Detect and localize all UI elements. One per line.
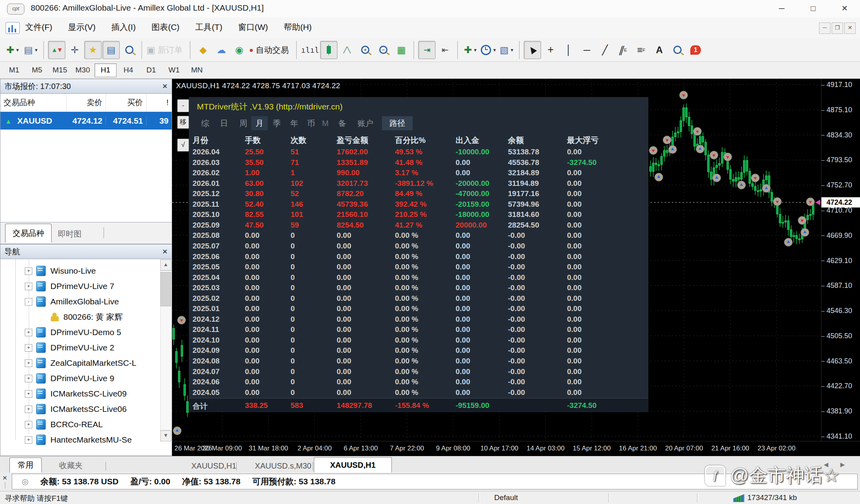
- collapse-icon[interactable]: -: [25, 298, 32, 306]
- column-spread[interactable]: !: [146, 94, 172, 111]
- chart-shift-toggle[interactable]: ⇤: [436, 41, 454, 59]
- templates-dropdown[interactable]: ▧▼: [498, 41, 515, 59]
- navigator-toggle[interactable]: ★: [84, 41, 102, 59]
- terminal-close-icon[interactable]: ✕: [2, 474, 7, 482]
- data-window-toggle[interactable]: ✛: [66, 41, 83, 59]
- nav-item-DPrimeVU-Live-9[interactable]: +DPrimeVU-Live 9: [25, 371, 114, 386]
- chart-tab-2[interactable]: XAUUSD,H1: [314, 457, 392, 473]
- price-axis[interactable]: 4917.104875.104834.304793.504752.704710.…: [821, 79, 860, 441]
- close-button[interactable]: ✕: [834, 2, 855, 15]
- auto-scroll-toggle[interactable]: ⇥: [418, 41, 436, 59]
- market-watch-row-xauusd[interactable]: ▲XAUUSD 4724.12 4724.51 39: [0, 112, 172, 130]
- vertical-line-button[interactable]: │: [560, 41, 577, 59]
- stats-tab-季[interactable]: 季: [270, 116, 284, 130]
- expand-icon[interactable]: +: [25, 406, 32, 413]
- close-icon[interactable]: ✕: [162, 82, 168, 91]
- nav-item-HantecMarketsMU-Se[interactable]: +HantecMarketsMU-Se: [25, 432, 132, 447]
- scrollbar-down-icon[interactable]: ▼: [160, 430, 171, 441]
- menu-item-图表(C)[interactable]: 图表(C): [152, 22, 180, 33]
- line-chart-button[interactable]: ╱╲: [338, 41, 356, 59]
- menu-item-工具(T)[interactable]: 工具(T): [195, 22, 222, 33]
- strategy-tester-toggle[interactable]: [120, 41, 138, 59]
- timeframe-M30[interactable]: M30: [72, 63, 94, 77]
- scrollbar-thumb[interactable]: [160, 272, 171, 306]
- terminal-toggle[interactable]: ▤: [102, 41, 120, 59]
- menu-item-窗口(W)[interactable]: 窗口(W): [238, 22, 268, 33]
- stats-minimize-button[interactable]: -: [177, 99, 189, 112]
- candlestick-button[interactable]: [320, 41, 337, 59]
- time-axis[interactable]: 26 Mar 202630 Mar 09:0031 Mar 18:002 Apr…: [172, 441, 860, 456]
- profiles-button[interactable]: ▤▼: [22, 41, 40, 59]
- nav-item-Wisuno-Live[interactable]: +Wisuno-Live: [25, 263, 96, 278]
- signals-button[interactable]: ◉: [231, 41, 248, 59]
- expand-icon[interactable]: +: [25, 329, 32, 336]
- timeframe-M15[interactable]: M15: [49, 63, 71, 77]
- nav-item-DPrimeVU-Live-2[interactable]: +DPrimeVU-Live 2: [25, 340, 114, 355]
- timeframe-M5[interactable]: M5: [26, 63, 48, 77]
- crosshair-button[interactable]: +: [542, 41, 559, 59]
- child-close-button[interactable]: ✕: [844, 22, 856, 34]
- maximize-button[interactable]: □: [803, 2, 824, 15]
- new-order-button[interactable]: ▣新订单: [146, 41, 186, 59]
- column-symbol[interactable]: 交易品种: [0, 97, 66, 108]
- stats-tab-日[interactable]: 日: [217, 116, 231, 130]
- nav-item-DPrimeVU-Live-7[interactable]: +DPrimeVU-Live 7: [25, 279, 114, 294]
- stats-tab-年[interactable]: 年: [287, 116, 301, 130]
- timeframe-W1[interactable]: W1: [163, 63, 185, 77]
- stats-tab-路径[interactable]: 路径: [382, 116, 413, 130]
- stats-tab-周[interactable]: 周: [236, 116, 250, 130]
- expand-icon[interactable]: +: [25, 344, 32, 352]
- trendline-button[interactable]: ╱: [596, 41, 613, 59]
- navigator-tab-common[interactable]: 常用: [9, 458, 42, 473]
- child-minimize-button[interactable]: ─: [819, 22, 830, 34]
- tab-symbols[interactable]: 交易品种: [5, 224, 52, 243]
- tab-tick-chart[interactable]: 即时图: [51, 225, 89, 243]
- nav-item-BCRCo-REAL[interactable]: +BCRCo-REAL: [25, 417, 103, 432]
- tile-windows-button[interactable]: ▦: [393, 41, 410, 59]
- nav-item-ICMarketsSC-Live06[interactable]: +ICMarketsSC-Live06: [25, 402, 127, 417]
- expand-icon[interactable]: +: [25, 390, 32, 398]
- cursor-button[interactable]: [524, 41, 541, 59]
- timeframe-H4[interactable]: H4: [117, 63, 139, 77]
- close-icon[interactable]: ✕: [162, 248, 168, 256]
- nav-item-DPrimeVU-Demo-5[interactable]: +DPrimeVU-Demo 5: [25, 325, 121, 340]
- zoom-out-button[interactable]: −: [374, 41, 392, 59]
- stats-tab-月[interactable]: 月: [251, 116, 268, 130]
- column-ask[interactable]: 买价: [106, 94, 146, 111]
- bar-chart-button[interactable]: ılıl: [301, 41, 320, 59]
- periods-dropdown[interactable]: ▼: [480, 41, 497, 59]
- timeframe-H1[interactable]: H1: [95, 63, 117, 77]
- menu-item-插入(I)[interactable]: 插入(I): [111, 22, 136, 33]
- stats-tab-M[interactable]: M: [319, 116, 332, 130]
- timeframe-D1[interactable]: D1: [140, 63, 162, 77]
- menu-item-显示(V)[interactable]: 显示(V): [68, 22, 96, 33]
- nav-item-800266-黄-家辉[interactable]: 800266: 黄 家辉: [51, 309, 123, 324]
- market-watch-toggle[interactable]: ▲▼: [48, 41, 65, 59]
- text-button[interactable]: A: [651, 41, 668, 59]
- expand-icon[interactable]: +: [25, 283, 32, 290]
- nav-item-AmillexGlobal-Live[interactable]: -AmillexGlobal-Live: [25, 294, 119, 309]
- scrollbar-up-icon[interactable]: ▲: [160, 259, 171, 271]
- stats-tab-备[interactable]: 备: [335, 116, 349, 130]
- new-chart-button[interactable]: ✚▼: [4, 41, 22, 59]
- expand-icon[interactable]: +: [25, 421, 32, 428]
- navigator-tab-favorites[interactable]: 收藏夹: [51, 459, 91, 472]
- mql5-cloud-button[interactable]: ☁: [213, 41, 230, 59]
- expand-icon[interactable]: +: [25, 267, 32, 275]
- profile-name[interactable]: Default: [494, 493, 518, 502]
- nav-item-ZealCapitalMarketSC-L[interactable]: +ZealCapitalMarketSC-L: [25, 356, 136, 371]
- auto-trading-button[interactable]: ●自动交易: [249, 41, 293, 59]
- expand-icon[interactable]: +: [25, 436, 32, 444]
- horizontal-line-button[interactable]: ─: [578, 41, 595, 59]
- notifications-button[interactable]: 1: [687, 41, 704, 59]
- terminal-grip[interactable]: [5, 483, 6, 488]
- expand-icon[interactable]: +: [25, 359, 32, 367]
- fibonacci-button[interactable]: ≡F: [632, 41, 650, 59]
- nav-item-ICMarketsSC-Live09[interactable]: +ICMarketsSC-Live09: [25, 386, 127, 401]
- zoom-in-button[interactable]: +: [356, 41, 374, 59]
- menu-item-文件(F)[interactable]: 文件(F): [25, 22, 52, 33]
- search-button[interactable]: [669, 41, 686, 59]
- stats-check-button[interactable]: √: [177, 139, 189, 152]
- timeframe-MN[interactable]: MN: [186, 63, 208, 77]
- minimize-button[interactable]: ─: [771, 2, 792, 15]
